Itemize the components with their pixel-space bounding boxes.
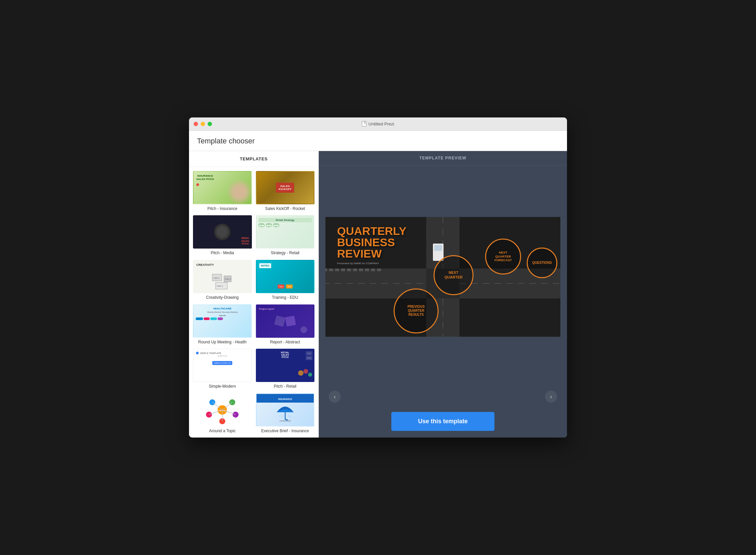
qbr-main-title: QUARTERLY BUSINESS REVIEW — [337, 225, 406, 259]
template-label-insurance: Pitch - Insurance — [193, 206, 252, 212]
svg-rect-36 — [359, 268, 363, 271]
svg-rect-33 — [341, 268, 345, 271]
chip3 — [210, 317, 217, 320]
main-content: TEMPLATES INSURANCESALES PITCH Pitch - I… — [189, 151, 567, 438]
svg-line-25 — [291, 416, 291, 418]
template-label-training: Training - EDU — [256, 295, 315, 300]
template-label-health: Round Up Meeting - Health — [193, 340, 252, 345]
template-item-exec[interactable]: INSURANCE — [256, 393, 315, 434]
exec-header-text: INSURANCE — [278, 398, 292, 400]
template-item-health[interactable]: HEALTHCARE Weekly-Monthly Roundup Meetin… — [193, 304, 252, 345]
template-label-abstract: Report - Abstract — [256, 340, 315, 345]
template-item-abstract[interactable]: Project report Report - Abstract — [256, 304, 315, 345]
pitch-retail-items — [297, 368, 312, 379]
template-label-pitch-retail: Pitch - Retail — [256, 384, 315, 389]
abstract-shape2 — [285, 315, 296, 326]
svg-line-24 — [289, 415, 289, 417]
template-item-insurance[interactable]: INSURANCESALES PITCH Pitch - Insurance — [193, 171, 252, 212]
templates-header: TEMPLATES — [189, 151, 319, 167]
circle-forecast: NEXTQUARTERFORECAST — [485, 239, 521, 274]
svg-point-8 — [308, 373, 312, 377]
template-thumb-retail: Retail Strategy TOPIC 1 TOPIC 2 TOPIC 3 — [256, 215, 315, 249]
template-thumb-simple: SIMPLE TEMPLATE SUBTITLE SIMPLE TOPIC 01 — [193, 349, 252, 382]
svg-line-23 — [282, 416, 283, 418]
simple-box-area: SIMPLE TOPIC 01 — [196, 359, 249, 365]
preview-image-container: QUARTERLY BUSINESS REVIEW Presented by N… — [319, 165, 567, 388]
kickoff-badge: SALESKICKOFF — [276, 183, 294, 193]
template-item-pitch-retail[interactable]: RETAILSALESPITCH Our Prod — [256, 349, 315, 389]
template-thumb-abstract: Project report — [256, 304, 315, 338]
preview-image: QUARTERLY BUSINESS REVIEW Presented by N… — [326, 217, 560, 337]
pitch-retail-title: RETAILSALESPITCH — [258, 351, 312, 358]
template-item-simple[interactable]: SIMPLE TEMPLATE SUBTITLE SIMPLE TOPIC 01… — [193, 349, 252, 389]
template-item-pitch-media[interactable]: MEDIASALESPITCH Pitch - Media — [193, 215, 252, 256]
use-template-area: Use this template — [319, 405, 567, 437]
fullscreen-button[interactable] — [208, 122, 212, 126]
pitch-retail-icons: Our Prod — [306, 351, 312, 360]
node1: TOPIC 1 — [258, 224, 264, 227]
templates-panel: TEMPLATES INSURANCESALES PITCH Pitch - I… — [189, 151, 319, 438]
template-label-creativity: Creativity-Drawing — [193, 295, 252, 300]
abstract-shape1 — [274, 315, 286, 327]
template-item-around[interactable]: CENTER — [193, 393, 252, 434]
simple-header: SIMPLE TEMPLATE — [196, 352, 249, 354]
simple-box: SIMPLE TOPIC 01 — [212, 361, 232, 365]
template-thumb-kickoff: SALESKICKOFF — [256, 171, 315, 204]
template-thumb-pitch-retail: RETAILSALESPITCH Our Prod — [256, 349, 315, 382]
training-dots: Topic Topic — [278, 285, 292, 289]
chip1 — [196, 317, 203, 320]
qbr-subtitle: Presented by NAME for COMPANY — [337, 262, 406, 265]
creativity-svg: TOPIC 1 TOPIC 2 TOPIC 3 — [209, 271, 236, 291]
template-item-strategy-retail[interactable]: Retail Strategy TOPIC 1 TOPIC 2 TOPIC 3 … — [256, 215, 315, 256]
simple-subtitle: SUBTITLE — [196, 355, 249, 357]
template-label-pitch-media: Pitch - Media — [193, 251, 252, 256]
exec-coverage-text: COVERAGE — [280, 420, 291, 422]
close-button[interactable] — [194, 122, 198, 126]
circle-next-quarter: NEXTQUARTER — [433, 255, 473, 295]
circle-prev-results: PREVIOUSQUARTERRESULTS — [394, 289, 438, 333]
svg-rect-47 — [460, 298, 560, 337]
prev-button[interactable]: ‹ — [329, 391, 341, 402]
preview-panel: TEMPLATE PREVIEW — [319, 151, 567, 438]
abstract-tag: Project report — [259, 308, 275, 310]
next-button[interactable]: › — [545, 391, 557, 402]
node2: TOPIC 2 — [266, 224, 272, 227]
minimize-button[interactable] — [201, 122, 205, 126]
app-header: Template chooser — [189, 131, 567, 151]
template-thumb-around: CENTER — [193, 393, 252, 427]
preview-header: TEMPLATE PREVIEW — [319, 151, 567, 165]
template-item-kickoff[interactable]: SALESKICKOFF Sales KickOff - Rocket — [256, 171, 315, 212]
svg-text:TOPIC 2: TOPIC 2 — [224, 278, 231, 280]
svg-rect-30 — [326, 268, 327, 271]
templates-grid: INSURANCESALES PITCH Pitch - Insurance S… — [189, 167, 319, 438]
qbr-preview: QUARTERLY BUSINESS REVIEW Presented by N… — [326, 217, 560, 337]
preview-nav: ‹ › — [319, 388, 567, 405]
template-thumb-training: INTRO Topic Topic — [256, 260, 315, 293]
template-thumb-health: HEALTHCARE Weekly-Monthly Roundup Meetin… — [193, 304, 252, 338]
template-label-kickoff: Sales KickOff - Rocket — [256, 206, 315, 212]
svg-text:TOPIC 1: TOPIC 1 — [213, 277, 220, 279]
template-thumb-exec: INSURANCE — [256, 393, 315, 427]
svg-point-7 — [303, 369, 308, 374]
template-label-simple: Simple-Modern — [193, 384, 252, 389]
training-badge-main: INTRO — [259, 263, 271, 268]
svg-rect-34 — [347, 268, 351, 271]
template-thumb-pitch-media: MEDIASALESPITCH — [193, 215, 252, 249]
use-template-button[interactable]: Use this template — [391, 412, 494, 431]
window-title: Untitled Prezi — [362, 121, 394, 126]
app-title: Template chooser — [197, 137, 559, 145]
media-circle — [214, 224, 230, 240]
health-agenda: Agenda — [196, 314, 249, 316]
retail-nodes: TOPIC 1 TOPIC 2 TOPIC 3 — [258, 224, 312, 227]
template-item-training[interactable]: INTRO Topic Topic Training - EDU — [256, 260, 315, 300]
svg-rect-35 — [353, 268, 357, 271]
creativity-text: CREATIVITY — [196, 263, 214, 266]
svg-rect-37 — [365, 268, 369, 271]
template-item-creativity[interactable]: CREATIVITY TOPIC 1 TOPIC 2 TOPIC 3 Creat… — [193, 260, 252, 300]
template-label-strategy-retail: Strategy - Retail — [256, 251, 315, 256]
svg-rect-39 — [377, 268, 381, 271]
template-label-exec: Executive Brief - Insurance — [256, 429, 315, 434]
window-title-text: Untitled Prezi — [368, 121, 394, 126]
title-bar: Untitled Prezi — [189, 118, 567, 131]
around-svg: CENTER — [202, 394, 242, 426]
